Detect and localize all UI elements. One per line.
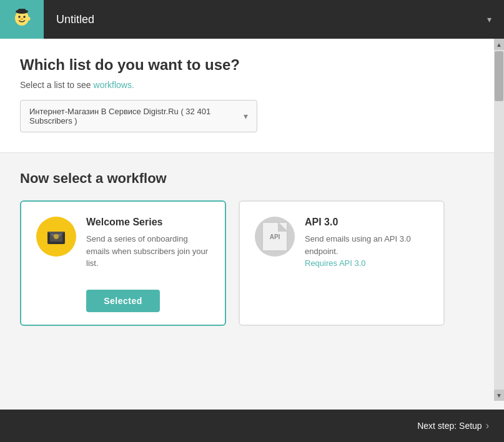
workflow-section-heading: Now select a workflow <box>20 170 474 187</box>
dropdown-selected-value: Интернет-Магазин В Сервисе Digistr.Ru ( … <box>29 107 237 125</box>
scrollbar-down-button[interactable]: ▼ <box>494 390 504 401</box>
scrollbar[interactable]: ▲ ▼ <box>494 39 504 401</box>
welcome-series-title: Welcome Series <box>86 217 210 228</box>
next-step-button[interactable]: Next step: Setup › <box>417 420 489 431</box>
workflows-link[interactable]: workflows. <box>94 80 134 90</box>
workflow-selection-section: Now select a workflow <box>0 153 494 341</box>
main-content: Which list do you want to use? Select a … <box>0 39 494 410</box>
scrollbar-up-button[interactable]: ▲ <box>494 39 504 50</box>
svg-point-11 <box>54 234 59 239</box>
list-dropdown[interactable]: Интернет-Магазин В Сервисе Digistr.Ru ( … <box>20 100 257 132</box>
welcome-series-card-footer: Selected <box>36 280 210 325</box>
header-dropdown-chevron[interactable]: ▾ <box>487 14 504 24</box>
welcome-series-icon-wrapper <box>36 217 76 257</box>
header-logo <box>0 0 44 39</box>
svg-point-2 <box>18 16 21 18</box>
api-document-icon: API <box>262 222 288 252</box>
api3-icon-wrapper: API <box>255 217 295 257</box>
requires-api-link[interactable]: Requires API 3.0 <box>305 258 366 268</box>
svg-rect-6 <box>18 9 26 12</box>
subtitle-text: Select a list to see <box>20 80 94 90</box>
page-title: Untitled <box>44 13 487 26</box>
next-step-label: Next step: Setup <box>417 421 482 431</box>
api3-card-footer <box>255 278 428 301</box>
dropdown-arrow-icon: ▾ <box>244 111 248 121</box>
selected-button[interactable]: Selected <box>86 290 160 312</box>
api3-card-content: API 3.0 Send emails using an API 3.0 end… <box>305 217 428 268</box>
api3-description: Send emails using an API 3.0 endpoint. <box>305 233 428 257</box>
next-step-arrow-icon: › <box>486 420 489 431</box>
workflow-cards-container: Welcome Series Send a series of onboardi… <box>20 200 474 326</box>
api3-title: API 3.0 <box>305 217 428 228</box>
header-bar: Untitled ▾ <box>0 0 504 39</box>
welcome-series-card[interactable]: Welcome Series Send a series of onboardi… <box>20 200 226 326</box>
welcome-series-card-header: Welcome Series Send a series of onboardi… <box>36 217 210 270</box>
list-section-subtitle: Select a list to see workflows. <box>20 80 474 90</box>
api3-card-header: API API 3.0 Send emails using an API 3.0… <box>255 217 428 268</box>
list-selection-section: Which list do you want to use? Select a … <box>0 39 494 153</box>
svg-point-4 <box>21 18 24 20</box>
welcome-series-description: Send a series of onboarding emails when … <box>86 233 210 270</box>
footer-bar: Next step: Setup › <box>0 410 504 442</box>
scrollbar-thumb[interactable] <box>495 51 503 101</box>
welcome-series-card-content: Welcome Series Send a series of onboardi… <box>86 217 210 270</box>
svg-point-3 <box>23 16 26 18</box>
api3-card[interactable]: API API 3.0 Send emails using an API 3.0… <box>239 200 445 326</box>
list-section-heading: Which list do you want to use? <box>20 56 474 74</box>
mailchimp-logo-icon <box>9 6 35 32</box>
envelope-icon <box>45 225 67 248</box>
svg-point-7 <box>27 17 31 21</box>
